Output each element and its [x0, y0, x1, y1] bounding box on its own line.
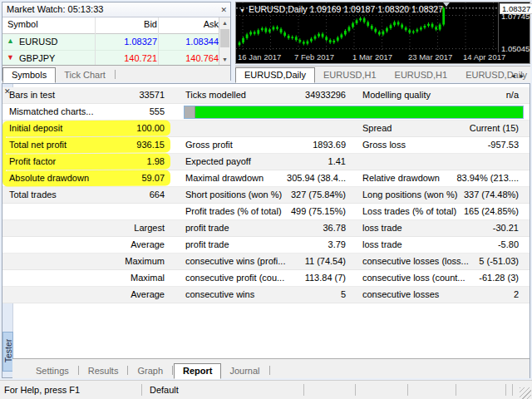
- report-value: 11 (74.54): [242, 256, 346, 266]
- tester-tab-journal[interactable]: Journal: [221, 364, 268, 378]
- scroll-up-icon[interactable]: ▲: [219, 17, 230, 28]
- report-row: Total net profit936.15Gross profit1893.6…: [2, 137, 530, 154]
- report-row: Bars in test33571Ticks modelled34933296M…: [2, 87, 530, 104]
- report-value: 305.94 (38.4...: [242, 173, 346, 183]
- column-header-symbol[interactable]: Symbol: [7, 19, 38, 29]
- tab-scroll-arrows[interactable]: ◂▸: [511, 71, 529, 80]
- market-watch-scrollbar[interactable]: ▲ ▼: [219, 17, 230, 65]
- report-value: 936.15: [84, 140, 165, 150]
- market-watch-panel: Market Watch: 05:13:33 ✕ Symbol Bid Ask …: [2, 2, 231, 81]
- report-value: -30.21: [415, 223, 519, 233]
- statusbar-divider: [141, 384, 142, 396]
- report-label: Spread: [362, 123, 392, 133]
- market-watch-titlebar[interactable]: Market Watch: 05:13:33 ✕: [2, 2, 230, 17]
- report-value: 59.07: [84, 173, 165, 183]
- tester-tab-settings[interactable]: Settings: [27, 364, 77, 378]
- tab-divider: [115, 70, 116, 79]
- report-label: Gross loss: [362, 140, 406, 150]
- column-header-bid[interactable]: Bid: [96, 19, 157, 29]
- tab-symbols[interactable]: Symbols: [2, 67, 56, 83]
- status-profile[interactable]: Default: [150, 385, 179, 395]
- report-value: 36.78: [242, 223, 346, 233]
- column-header-ask[interactable]: Ask: [159, 19, 219, 29]
- tab-divider: [78, 366, 79, 375]
- tester-tab-report[interactable]: Report: [174, 363, 221, 379]
- report-row: Maximumconsecutive wins (profi...11 (74.…: [2, 254, 530, 270]
- market-watch-header[interactable]: Symbol Bid Ask: [2, 17, 230, 34]
- report-value: 165 (24.85%): [415, 206, 519, 216]
- ask-value: 140.764: [159, 53, 219, 63]
- tester-tab-graph[interactable]: Graph: [129, 364, 171, 378]
- report-value: n/a: [415, 90, 519, 100]
- date-tick-label: 1 Mar 2017: [352, 52, 392, 62]
- status-help-text: For Help, press F1: [4, 385, 80, 395]
- report-row: Absolute drawdown59.07Maximal drawdown30…: [2, 170, 530, 187]
- chart-panel[interactable]: ▼EURUSD,Daily 1.09169 1.09187 1.08320 1.…: [235, 2, 530, 64]
- report-value: 5 (-51.03): [415, 256, 519, 266]
- report-value: 1.98: [84, 156, 165, 166]
- chart-tabstrip: EURUSD,DailyEURUSD,H1EURUSD,H1EURUSD,Dai…: [235, 66, 530, 82]
- report-label: loss trade: [362, 223, 402, 233]
- report-label: Total net profit: [9, 140, 66, 150]
- price-tick-label: 1.07745: [501, 12, 530, 21]
- report-value: -61.28 (3): [415, 273, 519, 283]
- chart-tab-eurusd-daily[interactable]: EURUSD,Daily: [235, 67, 315, 83]
- chart-title-text: EURUSD,Daily 1.09169 1.09187 1.08320 1.0…: [249, 4, 443, 14]
- report-row: Profit factor1.98Expected payoff1.41: [2, 154, 530, 170]
- report-row: Total trades664Short positions (won %)32…: [2, 187, 530, 204]
- date-tick-label: 7 Feb 2017: [294, 52, 334, 62]
- report-row: Averageconsecutive wins5consecutive loss…: [2, 287, 530, 303]
- report-label: Absolute drawdown: [9, 173, 89, 183]
- statusbar-divider: [355, 384, 356, 396]
- report-value: 34933296: [242, 90, 346, 100]
- tester-tab-results[interactable]: Results: [80, 364, 127, 378]
- column-divider: [158, 17, 159, 65]
- highlighter-mark: [2, 132, 6, 178]
- report-row: Initial deposit100.00SpreadCurrent (15): [2, 121, 530, 137]
- report-table: Bars in test33571Ticks modelled34933296M…: [2, 87, 530, 303]
- up-arrow-icon: ▲: [7, 37, 14, 45]
- report-value: 5: [242, 289, 346, 299]
- report-value: 113.84 (7): [242, 273, 346, 283]
- date-tick-label: 16 Jan 2017: [238, 52, 281, 62]
- status-bar: For Help, press F1 Default: [0, 380, 532, 399]
- report-value: 1893.69: [242, 140, 346, 150]
- chart-tab-eurusd-h1[interactable]: EURUSD,H1: [315, 68, 385, 82]
- tab-tick-chart[interactable]: Tick Chart: [56, 68, 114, 82]
- chart-menu-icon[interactable]: ▼: [239, 7, 245, 13]
- market-watch-title: Market Watch: 05:13:33: [7, 4, 103, 14]
- market-watch-tabstrip: SymbolsTick Chart: [2, 65, 230, 82]
- report-label: Gross profit: [185, 140, 233, 150]
- close-icon[interactable]: ✕: [4, 87, 11, 96]
- report-value: 499 (75.15%): [242, 206, 346, 216]
- tab-divider: [172, 366, 173, 375]
- statusbar-divider: [456, 384, 456, 396]
- market-watch-rows: ▲EURUSD1.083271.08344▼GBPJPY140.721140.7…: [2, 34, 230, 67]
- ask-value: 1.08344: [159, 37, 219, 47]
- report-value: Average: [84, 239, 165, 249]
- report-row: Mismatched charts...555: [2, 104, 530, 121]
- chart-tab-eurusd-h1[interactable]: EURUSD,H1: [387, 68, 456, 82]
- resize-grip[interactable]: [520, 387, 531, 399]
- report-label: Ticks modelled: [185, 90, 246, 100]
- modelling-progress-bar: [184, 106, 524, 119]
- date-tick-label: 14 Apr 2017: [463, 52, 505, 62]
- close-icon[interactable]: ✕: [220, 3, 227, 17]
- column-divider: [95, 17, 96, 65]
- tab-divider: [127, 366, 128, 375]
- symbol-name: EURUSD: [19, 37, 57, 47]
- progress-gray-segment: [185, 106, 195, 118]
- report-label: Profit factor: [9, 156, 56, 166]
- price-tick-label: 1.05045: [501, 44, 530, 53]
- scrollbar-thumb[interactable]: [220, 29, 229, 47]
- down-arrow-icon: ▼: [7, 53, 14, 62]
- statusbar-divider: [407, 384, 408, 396]
- market-watch-row[interactable]: ▲EURUSD1.083271.08344: [2, 34, 230, 51]
- chart-title: ▼EURUSD,Daily 1.09169 1.09187 1.08320 1.…: [239, 4, 443, 14]
- price-scale: 1.08327 1.07745 1.05045: [498, 2, 530, 52]
- scroll-down-icon[interactable]: ▼: [219, 54, 230, 65]
- report-value: Maximum: [84, 256, 165, 266]
- tab-divider: [269, 366, 270, 375]
- report-label: Expected payoff: [185, 156, 251, 166]
- report-value: 100.00: [84, 123, 165, 133]
